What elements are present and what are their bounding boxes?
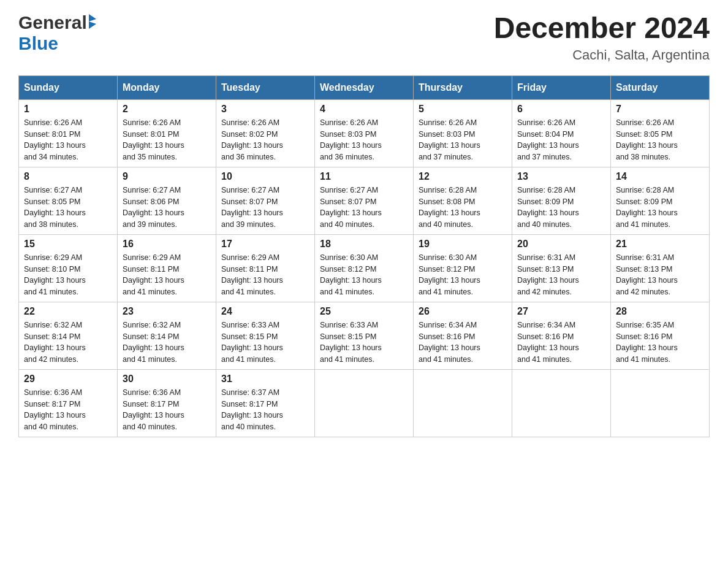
calendar-day-cell: 10 Sunrise: 6:27 AMSunset: 8:07 PMDaylig… xyxy=(216,167,315,234)
logo: General Blue xyxy=(18,12,96,54)
calendar-day-cell: 11 Sunrise: 6:27 AMSunset: 8:07 PMDaylig… xyxy=(315,167,414,234)
calendar-empty-cell xyxy=(315,369,414,437)
day-info: Sunrise: 6:36 AMSunset: 8:17 PMDaylight:… xyxy=(24,388,86,431)
calendar-day-cell: 1 Sunrise: 6:26 AMSunset: 8:01 PMDayligh… xyxy=(19,99,118,167)
day-number: 13 xyxy=(517,171,605,182)
day-info: Sunrise: 6:26 AMSunset: 8:05 PMDaylight:… xyxy=(616,118,678,161)
month-year-title: December 2024 xyxy=(494,12,710,45)
day-number: 31 xyxy=(221,373,309,385)
calendar-header-saturday: Saturday xyxy=(611,75,710,99)
day-info: Sunrise: 6:27 AMSunset: 8:07 PMDaylight:… xyxy=(320,186,382,229)
day-info: Sunrise: 6:30 AMSunset: 8:12 PMDaylight:… xyxy=(320,253,382,296)
day-number: 27 xyxy=(517,306,605,317)
calendar-day-cell: 28 Sunrise: 6:35 AMSunset: 8:16 PMDaylig… xyxy=(611,302,710,369)
calendar-day-cell: 27 Sunrise: 6:34 AMSunset: 8:16 PMDaylig… xyxy=(512,302,611,369)
calendar-day-cell: 4 Sunrise: 6:26 AMSunset: 8:03 PMDayligh… xyxy=(315,99,414,167)
day-number: 10 xyxy=(221,171,309,182)
calendar-header-sunday: Sunday xyxy=(19,75,118,99)
calendar-week-row: 22 Sunrise: 6:32 AMSunset: 8:14 PMDaylig… xyxy=(19,302,710,369)
calendar-day-cell: 5 Sunrise: 6:26 AMSunset: 8:03 PMDayligh… xyxy=(414,99,512,167)
day-number: 20 xyxy=(517,239,605,250)
calendar-empty-cell xyxy=(414,369,512,437)
calendar-day-cell: 7 Sunrise: 6:26 AMSunset: 8:05 PMDayligh… xyxy=(611,99,710,167)
day-info: Sunrise: 6:26 AMSunset: 8:01 PMDaylight:… xyxy=(123,118,184,161)
calendar-week-row: 1 Sunrise: 6:26 AMSunset: 8:01 PMDayligh… xyxy=(19,99,710,167)
calendar-day-cell: 19 Sunrise: 6:30 AMSunset: 8:12 PMDaylig… xyxy=(414,234,512,302)
calendar-header-wednesday: Wednesday xyxy=(315,75,414,99)
calendar-day-cell: 23 Sunrise: 6:32 AMSunset: 8:14 PMDaylig… xyxy=(118,302,216,369)
calendar-day-cell: 30 Sunrise: 6:36 AMSunset: 8:17 PMDaylig… xyxy=(118,369,216,437)
day-number: 29 xyxy=(24,373,112,385)
day-number: 15 xyxy=(24,239,112,250)
day-number: 18 xyxy=(320,239,408,250)
day-info: Sunrise: 6:29 AMSunset: 8:11 PMDaylight:… xyxy=(123,253,184,296)
day-info: Sunrise: 6:27 AMSunset: 8:06 PMDaylight:… xyxy=(123,186,184,229)
day-info: Sunrise: 6:36 AMSunset: 8:17 PMDaylight:… xyxy=(123,388,184,431)
day-number: 24 xyxy=(221,306,309,317)
day-number: 19 xyxy=(419,239,507,250)
day-number: 2 xyxy=(123,104,211,115)
day-number: 30 xyxy=(123,373,211,385)
calendar-week-row: 29 Sunrise: 6:36 AMSunset: 8:17 PMDaylig… xyxy=(19,369,710,437)
calendar-week-row: 15 Sunrise: 6:29 AMSunset: 8:10 PMDaylig… xyxy=(19,234,710,302)
day-number: 22 xyxy=(24,306,112,317)
day-info: Sunrise: 6:34 AMSunset: 8:16 PMDaylight:… xyxy=(419,321,480,364)
day-info: Sunrise: 6:32 AMSunset: 8:14 PMDaylight:… xyxy=(24,321,86,364)
calendar-header-row: SundayMondayTuesdayWednesdayThursdayFrid… xyxy=(19,75,710,99)
calendar-day-cell: 9 Sunrise: 6:27 AMSunset: 8:06 PMDayligh… xyxy=(118,167,216,234)
day-number: 11 xyxy=(320,171,408,182)
day-number: 26 xyxy=(419,306,507,317)
day-info: Sunrise: 6:32 AMSunset: 8:14 PMDaylight:… xyxy=(123,321,184,364)
day-number: 6 xyxy=(517,104,605,115)
logo-flag-icon xyxy=(89,14,96,29)
calendar-day-cell: 29 Sunrise: 6:36 AMSunset: 8:17 PMDaylig… xyxy=(19,369,118,437)
day-number: 8 xyxy=(24,171,112,182)
calendar-table: SundayMondayTuesdayWednesdayThursdayFrid… xyxy=(18,75,710,437)
calendar-day-cell: 21 Sunrise: 6:31 AMSunset: 8:13 PMDaylig… xyxy=(611,234,710,302)
logo-general-text: General xyxy=(18,12,87,33)
day-info: Sunrise: 6:28 AMSunset: 8:09 PMDaylight:… xyxy=(517,186,579,229)
calendar-day-cell: 18 Sunrise: 6:30 AMSunset: 8:12 PMDaylig… xyxy=(315,234,414,302)
page-header: General Blue December 2024 Cachi, Salta,… xyxy=(18,12,710,63)
day-number: 16 xyxy=(123,239,211,250)
location-subtitle: Cachi, Salta, Argentina xyxy=(494,47,710,63)
day-number: 5 xyxy=(419,104,507,115)
calendar-day-cell: 12 Sunrise: 6:28 AMSunset: 8:08 PMDaylig… xyxy=(414,167,512,234)
calendar-header-friday: Friday xyxy=(512,75,611,99)
day-info: Sunrise: 6:27 AMSunset: 8:05 PMDaylight:… xyxy=(24,186,86,229)
calendar-day-cell: 31 Sunrise: 6:37 AMSunset: 8:17 PMDaylig… xyxy=(216,369,315,437)
day-number: 14 xyxy=(616,171,704,182)
day-number: 12 xyxy=(419,171,507,182)
day-number: 23 xyxy=(123,306,211,317)
day-info: Sunrise: 6:27 AMSunset: 8:07 PMDaylight:… xyxy=(221,186,283,229)
day-number: 25 xyxy=(320,306,408,317)
day-info: Sunrise: 6:26 AMSunset: 8:01 PMDaylight:… xyxy=(24,118,86,161)
calendar-header-tuesday: Tuesday xyxy=(216,75,315,99)
day-info: Sunrise: 6:30 AMSunset: 8:12 PMDaylight:… xyxy=(419,253,480,296)
calendar-day-cell: 26 Sunrise: 6:34 AMSunset: 8:16 PMDaylig… xyxy=(414,302,512,369)
calendar-day-cell: 3 Sunrise: 6:26 AMSunset: 8:02 PMDayligh… xyxy=(216,99,315,167)
calendar-week-row: 8 Sunrise: 6:27 AMSunset: 8:05 PMDayligh… xyxy=(19,167,710,234)
day-info: Sunrise: 6:26 AMSunset: 8:03 PMDaylight:… xyxy=(419,118,480,161)
day-number: 4 xyxy=(320,104,408,115)
day-number: 7 xyxy=(616,104,704,115)
calendar-day-cell: 22 Sunrise: 6:32 AMSunset: 8:14 PMDaylig… xyxy=(19,302,118,369)
calendar-day-cell: 24 Sunrise: 6:33 AMSunset: 8:15 PMDaylig… xyxy=(216,302,315,369)
day-info: Sunrise: 6:37 AMSunset: 8:17 PMDaylight:… xyxy=(221,388,283,431)
day-info: Sunrise: 6:35 AMSunset: 8:16 PMDaylight:… xyxy=(616,321,678,364)
logo-blue-text: Blue xyxy=(18,33,58,54)
calendar-day-cell: 6 Sunrise: 6:26 AMSunset: 8:04 PMDayligh… xyxy=(512,99,611,167)
title-section: December 2024 Cachi, Salta, Argentina xyxy=(494,12,710,63)
calendar-day-cell: 20 Sunrise: 6:31 AMSunset: 8:13 PMDaylig… xyxy=(512,234,611,302)
day-info: Sunrise: 6:34 AMSunset: 8:16 PMDaylight:… xyxy=(517,321,579,364)
day-info: Sunrise: 6:31 AMSunset: 8:13 PMDaylight:… xyxy=(616,253,678,296)
day-info: Sunrise: 6:29 AMSunset: 8:11 PMDaylight:… xyxy=(221,253,283,296)
calendar-empty-cell xyxy=(512,369,611,437)
calendar-day-cell: 13 Sunrise: 6:28 AMSunset: 8:09 PMDaylig… xyxy=(512,167,611,234)
calendar-day-cell: 17 Sunrise: 6:29 AMSunset: 8:11 PMDaylig… xyxy=(216,234,315,302)
calendar-day-cell: 25 Sunrise: 6:33 AMSunset: 8:15 PMDaylig… xyxy=(315,302,414,369)
calendar-day-cell: 8 Sunrise: 6:27 AMSunset: 8:05 PMDayligh… xyxy=(19,167,118,234)
calendar-day-cell: 15 Sunrise: 6:29 AMSunset: 8:10 PMDaylig… xyxy=(19,234,118,302)
day-info: Sunrise: 6:28 AMSunset: 8:08 PMDaylight:… xyxy=(419,186,480,229)
day-number: 9 xyxy=(123,171,211,182)
